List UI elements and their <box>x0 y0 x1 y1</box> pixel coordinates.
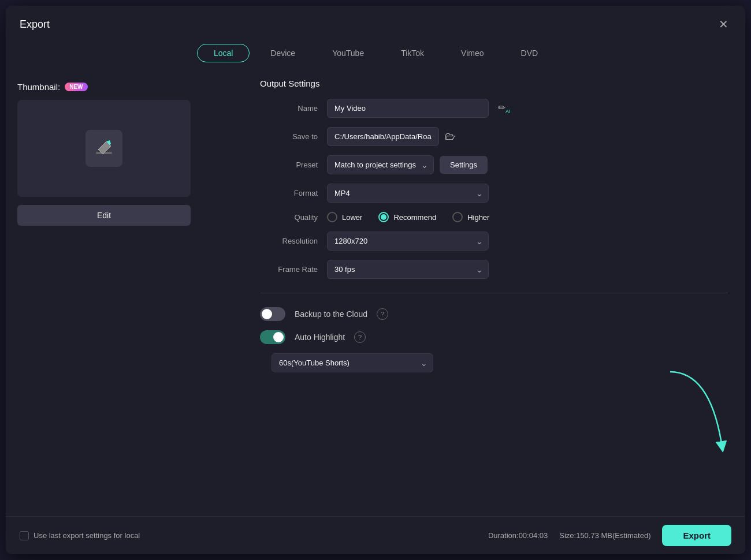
quality-higher[interactable]: Higher <box>452 212 489 222</box>
size-info: Size:150.73 MB(Estimated) <box>559 531 650 540</box>
backup-toggle[interactable] <box>260 307 285 321</box>
thumbnail-text: Thumbnail: <box>17 82 60 92</box>
preset-select-wrapper: Match to project settings <box>327 155 434 174</box>
quality-higher-label: Higher <box>467 213 489 222</box>
preset-select[interactable]: Match to project settings <box>327 155 434 174</box>
tab-dvd[interactable]: DVD <box>505 44 555 62</box>
backup-help-icon[interactable]: ? <box>377 308 388 320</box>
resolution-select[interactable]: 1280x720 <box>327 232 489 251</box>
last-export-checkbox[interactable] <box>20 531 29 540</box>
tab-vimeo[interactable]: Vimeo <box>445 44 500 62</box>
quality-recommend-label: Recommend <box>393 213 436 222</box>
edit-button[interactable]: Edit <box>17 205 191 226</box>
preset-row: Preset Match to project settings Setting… <box>260 155 728 174</box>
frame-rate-label: Frame Rate <box>260 265 318 274</box>
settings-button[interactable]: Settings <box>440 156 488 174</box>
format-select[interactable]: MP4 <box>327 184 489 203</box>
tabs-bar: Local Device YouTube TikTok Vimeo DVD <box>6 38 745 70</box>
tab-device[interactable]: Device <box>254 44 311 62</box>
footer: Use last export settings for local Durat… <box>6 516 745 554</box>
title-bar: Export ✕ <box>6 6 745 38</box>
last-export-label: Use last export settings for local <box>34 531 140 540</box>
quality-recommend[interactable]: Recommend <box>378 212 436 222</box>
preset-label: Preset <box>260 160 318 169</box>
auto-highlight-help-icon[interactable]: ? <box>354 331 366 343</box>
duration-info: Duration:00:04:03 <box>488 531 548 540</box>
tab-youtube[interactable]: YouTube <box>316 44 380 62</box>
auto-highlight-toggle[interactable] <box>260 330 285 344</box>
highlight-duration-wrapper: 60s(YouTube Shorts) <box>272 353 433 372</box>
frame-rate-select-wrapper: 30 fps <box>327 260 489 279</box>
quality-label: Quality <box>260 213 318 222</box>
name-input[interactable] <box>327 99 489 118</box>
output-settings-title: Output Settings <box>260 79 728 88</box>
right-panel: Output Settings Name ✏AI Save to 🗁 <box>248 76 734 516</box>
highlight-duration-row: 60s(YouTube Shorts) <box>272 353 728 372</box>
tab-local[interactable]: Local <box>197 44 250 62</box>
main-content: Thumbnail: NEW Edit Output Settings <box>6 70 745 516</box>
save-to-row: Save to 🗁 <box>260 127 728 146</box>
radio-lower <box>327 212 337 222</box>
export-dialog: Export ✕ Local Device YouTube TikTok Vim… <box>6 6 745 554</box>
tab-tiktok[interactable]: TikTok <box>385 44 440 62</box>
backup-row: Backup to the Cloud ? <box>260 307 728 321</box>
arrow-annotation <box>659 366 734 458</box>
pencil-icon <box>94 138 114 159</box>
radio-higher <box>452 212 463 222</box>
thumbnail-icon-box <box>85 130 122 167</box>
thumbnail-preview <box>17 100 191 197</box>
settings-divider <box>260 293 728 293</box>
quality-row: Quality Lower Recommend Higher <box>260 212 728 222</box>
save-to-input[interactable] <box>327 127 439 146</box>
save-to-input-row: 🗁 <box>327 127 455 146</box>
frame-rate-row: Frame Rate 30 fps <box>260 260 728 279</box>
close-button[interactable]: ✕ <box>715 16 731 32</box>
folder-icon[interactable]: 🗁 <box>445 130 455 143</box>
format-label: Format <box>260 189 318 197</box>
quality-lower-label: Lower <box>342 213 362 222</box>
backup-label: Backup to the Cloud <box>295 309 367 319</box>
resolution-row: Resolution 1280x720 <box>260 232 728 251</box>
export-button[interactable]: Export <box>662 525 731 546</box>
highlight-duration-select[interactable]: 60s(YouTube Shorts) <box>272 353 433 372</box>
radio-recommend <box>378 212 389 222</box>
resolution-label: Resolution <box>260 237 318 245</box>
quality-options: Lower Recommend Higher <box>327 212 489 222</box>
auto-highlight-row: Auto Highlight ? <box>260 330 728 344</box>
name-row: Name ✏AI <box>260 99 728 118</box>
dialog-title: Export <box>20 18 50 31</box>
format-row: Format MP4 <box>260 184 728 203</box>
save-to-label: Save to <box>260 132 318 141</box>
resolution-select-wrapper: 1280x720 <box>327 232 489 251</box>
format-select-wrapper: MP4 <box>327 184 489 203</box>
auto-highlight-label: Auto Highlight <box>295 333 345 342</box>
ai-icon[interactable]: ✏AI <box>498 102 511 114</box>
left-panel: Thumbnail: NEW Edit <box>17 76 237 516</box>
thumbnail-label-row: Thumbnail: NEW <box>17 82 237 92</box>
quality-lower[interactable]: Lower <box>327 212 362 222</box>
preset-input-row: Match to project settings Settings <box>327 155 488 174</box>
settings-grid: Name ✏AI Save to 🗁 Preset <box>260 99 728 372</box>
last-export-checkbox-label[interactable]: Use last export settings for local <box>20 531 140 540</box>
frame-rate-select[interactable]: 30 fps <box>327 260 489 279</box>
name-label: Name <box>260 104 318 113</box>
new-badge: NEW <box>65 83 87 91</box>
